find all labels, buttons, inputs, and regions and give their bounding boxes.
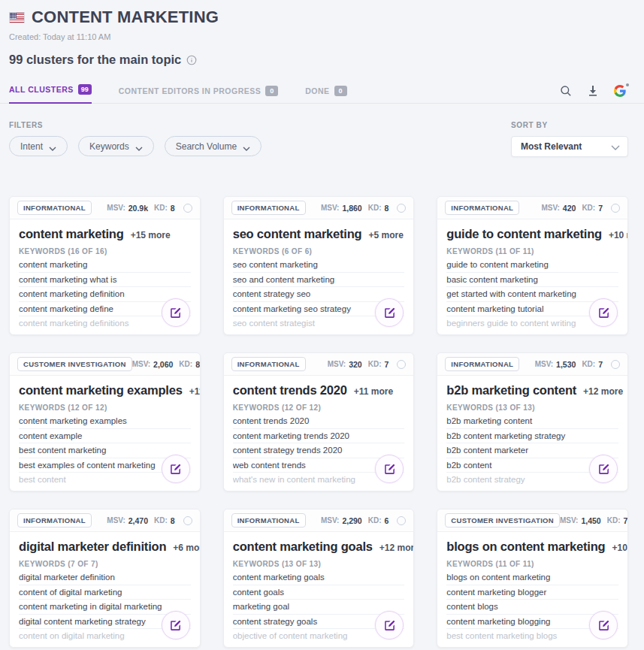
- cluster-card: INFORMATIONAL MSV: 20.9k KD: 8 content m…: [9, 196, 201, 335]
- keywords-count-label: KEYWORDS (6 OF 6): [233, 247, 405, 255]
- tab-bar: ALL CLUSTERS 99 CONTENT EDITORS IN PROGR…: [0, 80, 644, 104]
- card-stats: MSV: 1,860 KD: 8: [321, 204, 406, 213]
- edit-icon: [169, 307, 182, 319]
- card-stats: MSV: 2,060 KD: 8: [132, 360, 201, 369]
- card-header: INFORMATIONAL MSV: 1,860 KD: 8: [224, 197, 414, 219]
- tab-done[interactable]: DONE 0: [305, 81, 346, 104]
- header: CONTENT MARKETING Created: Today at 11:1…: [0, 8, 644, 67]
- cluster-card: CUSTOMER INVESTIGATION MSV: 1,450 KD: 7 …: [437, 509, 628, 648]
- keyword-row: content blogs: [446, 600, 618, 615]
- more-keywords-link[interactable]: +10 more: [612, 543, 628, 553]
- select-cluster-checkbox[interactable]: [183, 204, 192, 213]
- keywords-count-label: KEYWORDS (7 OF 7): [19, 560, 191, 568]
- keyword-row: content strategy seo: [233, 287, 405, 302]
- keyword-row: content marketing blogger: [446, 585, 618, 600]
- card-header: INFORMATIONAL MSV: 20.9k KD: 8: [10, 197, 200, 219]
- filter-intent-button[interactable]: Intent: [9, 136, 68, 156]
- cluster-title: blogs on content marketing: [446, 540, 605, 554]
- clusters-subtitle: 99 clusters for the main topic: [9, 53, 181, 67]
- cluster-title: content marketing: [19, 227, 124, 241]
- keyword-row: content marketing trends 2020: [233, 429, 405, 444]
- more-keywords-link[interactable]: +6 more: [173, 543, 200, 553]
- edit-cluster-button[interactable]: [589, 455, 618, 483]
- msv-value: 2,060: [153, 360, 173, 369]
- cluster-title: seo content marketing: [233, 227, 362, 241]
- card-stats: MSV: 320 KD: 7: [328, 360, 407, 369]
- keyword-row: b2b content marketing strategy: [446, 429, 618, 444]
- kd-label: KD:: [368, 204, 382, 212]
- notification-dot: [626, 83, 629, 86]
- select-cluster-checkbox[interactable]: [397, 204, 406, 213]
- cluster-title: digital marketer definition: [19, 540, 166, 554]
- keyword-row: content trends 2020: [233, 414, 405, 429]
- filter-keywords-button[interactable]: Keywords: [78, 136, 154, 156]
- cluster-title: guide to content marketing: [446, 227, 602, 241]
- tab-count-badge: 0: [265, 86, 278, 96]
- select-cluster-checkbox[interactable]: [611, 204, 620, 213]
- edit-cluster-button[interactable]: [589, 611, 618, 639]
- intent-badge: CUSTOMER INVESTIGATION: [17, 357, 132, 371]
- filter-label: Search Volume: [176, 141, 237, 152]
- sort-section: SORT BY Most Relevant: [511, 121, 628, 157]
- card-header: INFORMATIONAL MSV: 420 KD: 7: [437, 197, 627, 219]
- filter-label: Keywords: [89, 141, 129, 152]
- tab-label: DONE: [305, 86, 329, 95]
- cluster-card: INFORMATIONAL MSV: 2,290 KD: 6 content m…: [223, 509, 415, 648]
- download-icon[interactable]: [587, 85, 599, 97]
- edit-cluster-button[interactable]: [162, 455, 190, 483]
- tab-content-editors-in-progress[interactable]: CONTENT EDITORS IN PROGRESS 0: [119, 81, 279, 104]
- edit-cluster-button[interactable]: [162, 611, 190, 639]
- tab-all-clusters[interactable]: ALL CLUSTERS 99: [9, 80, 92, 104]
- page: CONTENT MARKETING Created: Today at 11:1…: [0, 0, 644, 650]
- sort-select[interactable]: Most Relevant: [511, 136, 628, 157]
- more-keywords-link[interactable]: +12 more: [583, 386, 623, 397]
- more-keywords-link[interactable]: +11 more: [354, 386, 393, 397]
- edit-icon: [383, 619, 396, 632]
- edit-cluster-button[interactable]: [589, 298, 618, 327]
- intent-badge: INFORMATIONAL: [445, 357, 519, 371]
- card-stats: MSV: 2,470 KD: 8: [107, 516, 192, 525]
- google-icon[interactable]: [614, 85, 626, 97]
- card-stats: MSV: 420 KD: 7: [541, 204, 620, 213]
- kd-value: 8: [384, 204, 389, 213]
- msv-label: MSV:: [541, 204, 559, 212]
- keyword-row: content marketing goals: [233, 570, 405, 585]
- more-keywords-link[interactable]: +11 more: [189, 386, 201, 397]
- sort-selected-value: Most Relevant: [521, 141, 582, 152]
- select-cluster-checkbox[interactable]: [397, 516, 406, 525]
- msv-value: 1,530: [556, 360, 576, 369]
- keyword-row: b2b marketing content: [446, 414, 618, 429]
- keyword-row: digital marketer definition: [19, 570, 191, 585]
- more-keywords-link[interactable]: +5 more: [369, 230, 404, 240]
- msv-label: MSV:: [321, 516, 339, 525]
- controls-row: FILTERS Intent Keywords Search Volume: [0, 121, 644, 157]
- cluster-card: INFORMATIONAL MSV: 420 KD: 7 guide to co…: [437, 196, 628, 335]
- cluster-title: content marketing goals: [233, 540, 373, 554]
- chevron-down-icon: [243, 143, 250, 150]
- msv-value: 2,290: [342, 516, 361, 525]
- card-stats: MSV: 1,450 KD: 7: [560, 516, 628, 525]
- keyword-row: content example: [19, 429, 191, 444]
- info-icon[interactable]: [186, 55, 197, 65]
- more-keywords-link[interactable]: +15 more: [131, 230, 171, 240]
- filter-search-volume-button[interactable]: Search Volume: [165, 136, 262, 156]
- intent-badge: INFORMATIONAL: [231, 201, 306, 215]
- select-cluster-checkbox[interactable]: [183, 516, 192, 525]
- cluster-grid: INFORMATIONAL MSV: 20.9k KD: 8 content m…: [0, 196, 644, 650]
- edit-cluster-button[interactable]: [162, 298, 190, 327]
- tab-label: CONTENT EDITORS IN PROGRESS: [119, 86, 262, 95]
- more-keywords-link[interactable]: +10 more: [609, 230, 628, 240]
- intent-badge: INFORMATIONAL: [17, 201, 92, 215]
- keyword-row: content marketing examples: [19, 414, 191, 429]
- select-cluster-checkbox[interactable]: [611, 360, 620, 369]
- kd-label: KD:: [154, 516, 168, 525]
- more-keywords-link[interactable]: +12 more: [379, 543, 415, 553]
- select-cluster-checkbox[interactable]: [397, 360, 406, 369]
- keyword-row: get started with content marketing: [446, 287, 618, 302]
- kd-label: KD:: [582, 360, 595, 368]
- filters-label: FILTERS: [9, 121, 262, 129]
- search-icon[interactable]: [560, 85, 572, 97]
- kd-value: 7: [384, 360, 389, 369]
- kd-value: 8: [195, 360, 200, 369]
- keyword-row: basic content marketing: [446, 273, 618, 288]
